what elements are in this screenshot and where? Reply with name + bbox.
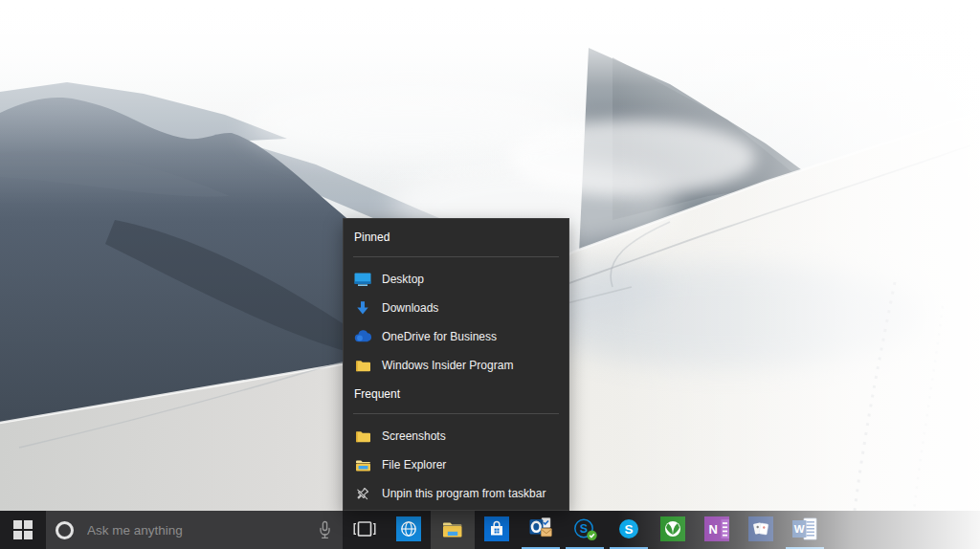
- windows-logo-icon: [13, 520, 33, 539]
- jumplist-item-file-explorer[interactable]: File Explorer: [344, 450, 568, 479]
- task-view-button[interactable]: [343, 511, 387, 549]
- taskbar: S S N W: [0, 511, 980, 549]
- xbox-icon: [660, 516, 685, 544]
- desktop-monitor-icon: [354, 272, 371, 287]
- desktop: Pinned Desktop Downloads OneDrive for Bu…: [0, 0, 980, 549]
- jumplist-item-label: Downloads: [382, 301, 438, 315]
- jumplist-item-label: Desktop: [382, 273, 424, 286]
- unpin-icon: [354, 486, 371, 501]
- jumplist-item-label: Unpin this program from taskbar: [382, 487, 546, 500]
- file-explorer-folder-icon: [354, 457, 371, 472]
- folder-icon: [354, 428, 371, 444]
- microphone-icon[interactable]: [316, 520, 333, 540]
- svg-text:S: S: [624, 522, 633, 537]
- jumplist-item-desktop[interactable]: Desktop: [344, 265, 568, 294]
- outlook-icon: [527, 516, 554, 543]
- jumplist-item-label: Windows Insider Program: [382, 359, 513, 372]
- jumplist-item-onedrive[interactable]: OneDrive for Business: [344, 322, 568, 351]
- store-bag-icon: [484, 516, 509, 544]
- svg-text:S: S: [579, 522, 587, 536]
- taskbar-app-microsoft-store[interactable]: [475, 511, 519, 549]
- file-explorer-folder-icon: [440, 517, 465, 543]
- svg-text:N: N: [709, 522, 718, 537]
- globe-tile-icon: [396, 516, 421, 544]
- jumplist-item-label: OneDrive for Business: [382, 330, 497, 343]
- start-button[interactable]: [0, 511, 46, 549]
- jumplist-item-downloads[interactable]: Downloads: [344, 294, 568, 322]
- skype-icon: S: [616, 516, 641, 544]
- taskbar-app-xbox[interactable]: [651, 511, 695, 549]
- jumplist-item-label: File Explorer: [382, 458, 446, 472]
- taskbar-app-edge-browser[interactable]: [387, 511, 431, 549]
- folder-icon: [354, 358, 371, 373]
- search-box[interactable]: [46, 511, 343, 549]
- svg-text:W: W: [793, 523, 804, 535]
- word-icon: W: [791, 516, 819, 544]
- solitaire-cards-icon: [748, 516, 773, 544]
- jumplist-item-label: Screenshots: [382, 429, 446, 443]
- taskbar-app-skype-for-business[interactable]: S: [563, 511, 607, 549]
- taskbar-app-word[interactable]: W: [783, 511, 827, 549]
- onedrive-cloud-icon: [354, 329, 371, 344]
- cortana-ring-icon: [56, 521, 74, 539]
- jumplist-action-unpin[interactable]: Unpin this program from taskbar: [344, 479, 568, 508]
- separator: [353, 256, 559, 257]
- jumplist-section-frequent-title: Frequent: [354, 387, 558, 402]
- taskbar-app-onenote[interactable]: N: [695, 511, 739, 549]
- jumplist-section-pinned-title: Pinned: [354, 231, 558, 245]
- search-input[interactable]: [85, 522, 316, 538]
- onenote-icon: N: [704, 516, 729, 544]
- file-explorer-jumplist: Pinned Desktop Downloads OneDrive for Bu…: [343, 218, 569, 511]
- taskbar-app-file-explorer[interactable]: [431, 511, 475, 549]
- taskbar-app-skype[interactable]: S: [607, 511, 651, 549]
- taskbar-app-solitaire[interactable]: [739, 511, 783, 549]
- taskbar-app-outlook[interactable]: [519, 511, 563, 549]
- jumplist-item-screenshots[interactable]: Screenshots: [344, 422, 568, 450]
- task-view-icon: [352, 519, 377, 541]
- jumplist-item-windows-insider[interactable]: Windows Insider Program: [344, 351, 568, 380]
- separator: [353, 413, 559, 414]
- download-arrow-icon: [354, 300, 371, 316]
- skype-business-icon: S: [572, 516, 598, 544]
